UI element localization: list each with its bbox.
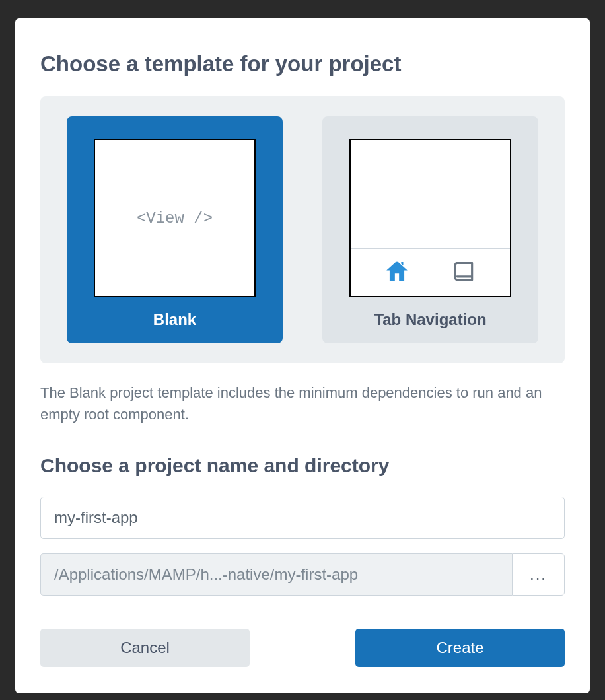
template-heading: Choose a template for your project — [40, 52, 565, 77]
template-card-blank[interactable]: <View /> Blank — [67, 116, 283, 343]
cancel-button[interactable]: Cancel — [40, 629, 250, 667]
project-name-input[interactable] — [40, 497, 565, 539]
template-label-tabs: Tab Navigation — [374, 310, 486, 329]
template-card-tab-navigation[interactable]: Tab Navigation — [322, 116, 538, 343]
preview-blank-text: <View /> — [137, 209, 213, 227]
action-buttons: Cancel Create — [40, 629, 565, 667]
directory-row: ... — [40, 553, 565, 596]
template-list: <View /> Blank — [40, 96, 565, 363]
project-directory-input[interactable] — [40, 553, 512, 596]
book-icon — [451, 259, 476, 287]
name-heading: Choose a project name and directory — [40, 454, 565, 477]
home-icon — [384, 259, 409, 287]
template-label-blank: Blank — [153, 310, 196, 329]
browse-directory-button[interactable]: ... — [512, 553, 565, 596]
template-preview-blank: <View /> — [94, 139, 256, 297]
template-description: The Blank project template includes the … — [40, 382, 565, 425]
preview-tab-bar — [351, 248, 510, 296]
create-button[interactable]: Create — [355, 629, 565, 667]
template-preview-tabs — [349, 139, 511, 297]
new-project-modal: Choose a template for your project <View… — [15, 18, 590, 693]
